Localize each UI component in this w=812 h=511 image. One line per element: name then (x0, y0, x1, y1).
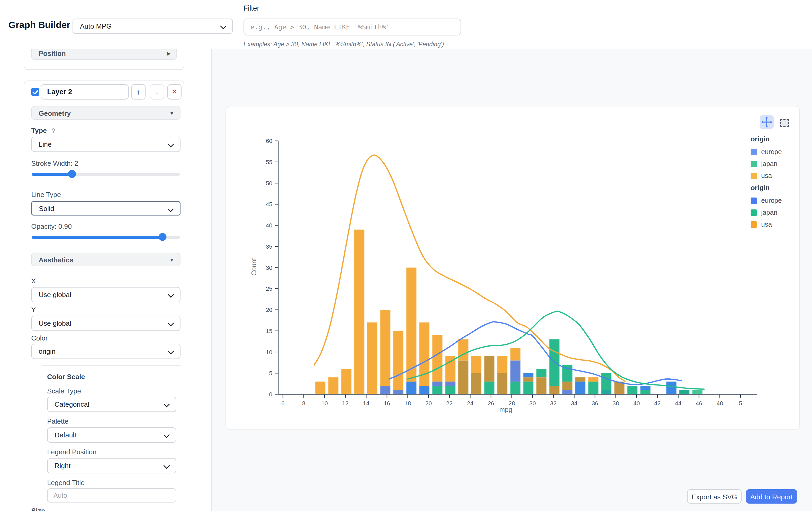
help-icon[interactable]: ? (52, 127, 56, 134)
legend-label: usa (761, 172, 772, 179)
x-tick-label: 20 (425, 400, 432, 407)
color-field-value: origin (39, 347, 56, 355)
x-tick-label: 42 (654, 400, 661, 407)
legend-item-usa: usa (751, 172, 798, 179)
bar-segment-usa_japan (536, 377, 547, 394)
slider-thumb[interactable] (68, 170, 76, 178)
dataset-select-value: Auto MPG (80, 22, 112, 30)
legend-swatch (751, 173, 757, 179)
y-tick-label: 35 (266, 243, 272, 250)
x-tick-label: 14 (363, 400, 369, 407)
move-layer-up-button[interactable]: ↑ (131, 84, 146, 100)
chevron-down-icon (163, 432, 170, 438)
x-field-value: Use global (39, 291, 71, 299)
subsection-indent-line (42, 365, 42, 511)
line-type-select[interactable]: Solid (31, 201, 180, 216)
chevron-down-icon (168, 291, 174, 297)
bar-segment-usa_japan (484, 356, 494, 381)
export-svg-button[interactable]: Export as SVG (687, 489, 742, 504)
layer-name-input[interactable] (41, 84, 128, 100)
opacity-label: Opacity: 0.90 (31, 222, 72, 231)
x-tick-label: 6 (281, 400, 285, 407)
legend-position-select[interactable]: Right (47, 458, 176, 474)
y-tick-label: 55 (266, 159, 272, 166)
dataset-select[interactable]: Auto MPG (72, 19, 233, 34)
bar-segment-japan_europe (601, 390, 611, 394)
legend-label: usa (761, 221, 772, 228)
chart-legend: origineuropejapanusaorigineuropejapanusa (751, 131, 798, 232)
app-header: Graph Builder Auto MPG Filter Examples: … (0, 0, 812, 49)
aesthetics-section-header[interactable]: Aesthetics ▼ (31, 253, 180, 266)
bar-segment-usa (354, 230, 365, 394)
box-select-tool-button[interactable] (780, 119, 789, 127)
palette-select[interactable]: Default (47, 427, 176, 443)
x-tick-label: 48 (717, 400, 723, 407)
bar-segment-europe_soft (562, 390, 573, 394)
x-tick-label: 30 (529, 400, 536, 407)
delete-layer-button[interactable]: ✕ (167, 84, 181, 100)
slider-fill (32, 173, 72, 176)
color-scale-title: Color Scale (47, 373, 85, 381)
bar-segment-japan_dark (679, 390, 690, 394)
layer-1-card: Position ▶ (24, 49, 184, 70)
bar-segment-usa (497, 356, 508, 373)
chart-card: 0510152025303540455055606810121416182022… (226, 106, 800, 430)
chevron-down-icon (168, 320, 174, 326)
bar-segment-usa_japan (523, 377, 533, 381)
x-field-select[interactable]: Use global (31, 287, 180, 302)
legend-item-japan: japan (751, 209, 798, 216)
bar-segment-japan (484, 381, 494, 394)
content-divider (211, 49, 212, 511)
x-tick-label: 36 (592, 400, 598, 407)
chevron-down-icon (168, 348, 174, 354)
palette-value: Default (55, 431, 76, 439)
position-section-header[interactable]: Position ▶ (31, 49, 177, 60)
chevron-down-icon (163, 462, 170, 469)
bar-segment-europe (666, 381, 676, 394)
slider-thumb[interactable] (158, 233, 167, 241)
bar-segment-europe (523, 373, 533, 377)
y-field-select[interactable]: Use global (31, 316, 180, 331)
y-tick-label: 45 (266, 201, 272, 207)
legend-title-input[interactable] (47, 488, 176, 503)
x-tick-label: 16 (384, 400, 390, 407)
chevron-down-icon: ▼ (169, 253, 174, 267)
color-field-label: Color (31, 334, 48, 342)
bar-segment-usa_japan (471, 373, 482, 394)
color-field-select[interactable]: origin (31, 344, 180, 359)
layer-enabled-checkbox[interactable] (31, 88, 39, 96)
stroke-width-label: Stroke Width: 2 (31, 160, 78, 168)
pan-tool-button[interactable] (760, 115, 774, 129)
bar-segment-usa_japan (549, 386, 559, 394)
x-tick-label: 32 (550, 400, 557, 407)
move-layer-down-button[interactable]: ↓ (150, 84, 164, 100)
filter-examples: Examples: Age > 30, Name LIKE '%Smith%',… (243, 41, 444, 48)
legend-label: japan (761, 209, 777, 216)
bar-segment-usa (367, 322, 377, 394)
bar-segment-europe (640, 386, 650, 390)
geometry-section-label: Geometry (39, 109, 71, 117)
chart-canvas[interactable]: 0510152025303540455055606810121416182022… (226, 107, 799, 429)
geometry-type-select[interactable]: Line (31, 137, 180, 152)
chevron-down-icon (168, 141, 174, 147)
x-tick-label: 18 (404, 400, 411, 407)
opacity-slider[interactable] (32, 236, 180, 239)
bar-segment-europe_soft (432, 381, 442, 386)
bar-segment-usa_japan (575, 377, 585, 381)
bar-segment-usa (510, 348, 520, 361)
palette-label: Palette (47, 417, 68, 425)
stroke-width-slider[interactable] (32, 173, 180, 176)
bar-segment-usa (380, 310, 390, 386)
bar-segment-japan (627, 386, 637, 394)
scale-type-select[interactable]: Categorical (47, 397, 176, 412)
geometry-section-header[interactable]: Geometry ▼ (31, 106, 180, 120)
bar-segment-europe_soft (510, 360, 520, 381)
add-to-report-button[interactable]: Add to Report (746, 489, 797, 504)
bar-segment-usa (328, 377, 339, 394)
filter-input[interactable] (243, 19, 461, 35)
x-tick-label: 38 (612, 400, 619, 407)
bar-segment-europe_soft (445, 381, 456, 386)
position-section-label: Position (39, 50, 66, 57)
x-tick-label: 34 (571, 400, 577, 407)
y-tick-label: 5 (269, 370, 272, 376)
